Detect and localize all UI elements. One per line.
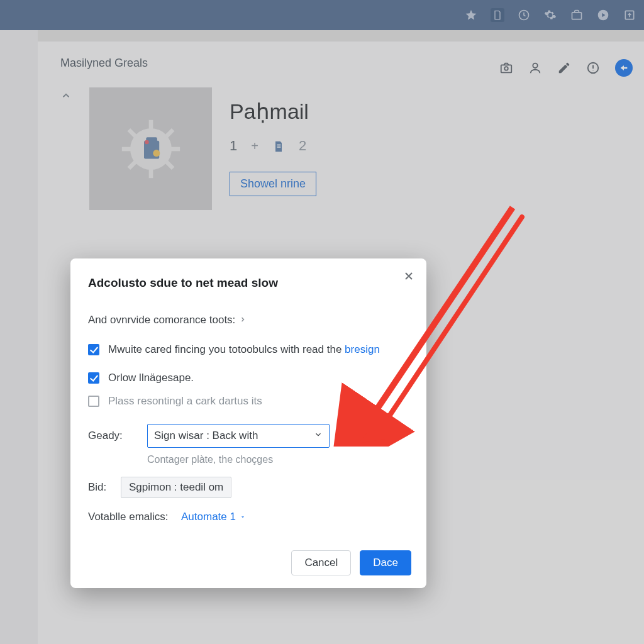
checkbox-checked-icon[interactable] xyxy=(88,344,99,355)
option-1[interactable]: Mwuite cared fincing you totoobulcs with… xyxy=(88,343,409,357)
confirm-button[interactable]: Dace xyxy=(360,550,411,575)
geady-helper: Contager plàte, the choçges xyxy=(147,454,409,465)
bid-label: Bid: xyxy=(88,481,109,494)
chevron-right-icon xyxy=(239,315,247,325)
option-3[interactable]: Plass resontingl a cark dartus its xyxy=(88,394,409,409)
votable-label: Votablle emalics: xyxy=(88,511,170,523)
geady-row: Geady: Sign wisar : Back with xyxy=(88,424,409,448)
bid-chip[interactable]: Sgpimon : teedil om xyxy=(121,477,231,498)
settings-dialog: Adcolusto sdue to net mead slow And ovnr… xyxy=(70,258,426,588)
option-3-label: Plass resontingl a cark dartus its xyxy=(108,394,262,409)
close-icon[interactable] xyxy=(402,270,415,286)
chevron-down-icon xyxy=(314,430,323,442)
geady-label: Geady: xyxy=(88,430,126,442)
dialog-footer: Cancel Dace xyxy=(291,550,411,575)
option-1-label: Mwuite cared fincing you totoobulcs with… xyxy=(108,343,380,357)
option-2[interactable]: Orlow llnägesape. xyxy=(88,371,409,386)
bresign-link[interactable]: bresign xyxy=(345,343,380,355)
geady-select[interactable]: Sign wisar : Back with xyxy=(147,424,330,448)
votable-row: Votablle emalics: Automate 1 xyxy=(88,511,409,523)
checkbox-unchecked-icon[interactable] xyxy=(88,396,99,407)
dialog-subtitle[interactable]: And ovnrvide comorance toots: xyxy=(88,314,409,326)
option-2-label: Orlow llnägesape. xyxy=(108,371,194,386)
votable-dropdown[interactable]: Automate 1 xyxy=(181,511,246,523)
bid-row: Bid: Sgpimon : teedil om xyxy=(88,477,409,498)
dialog-title: Adcolusto sdue to net mead slow xyxy=(88,276,409,290)
cancel-button[interactable]: Cancel xyxy=(291,550,351,575)
checkbox-checked-icon[interactable] xyxy=(88,372,99,384)
